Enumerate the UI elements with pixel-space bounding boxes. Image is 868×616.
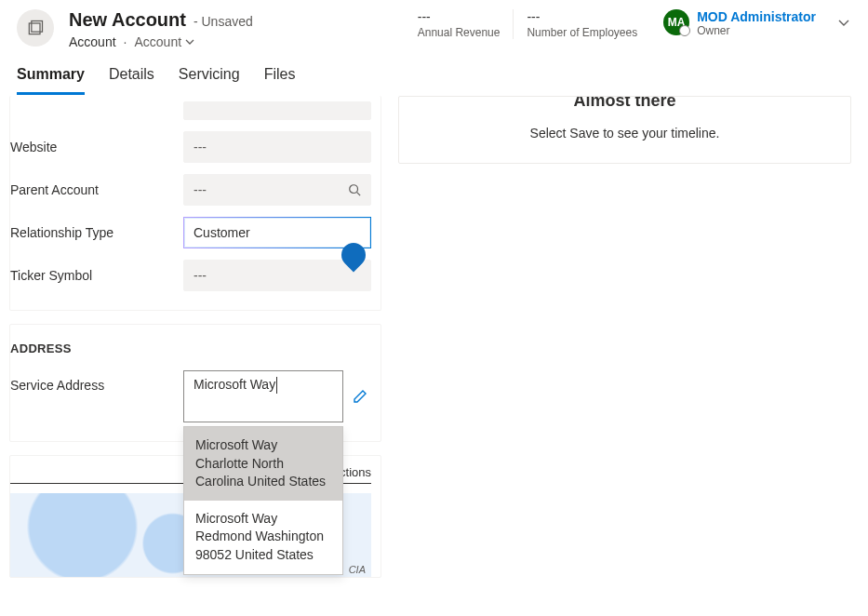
meta-employees-value: --- <box>527 9 637 24</box>
website-field[interactable]: --- <box>183 131 371 163</box>
svg-rect-0 <box>29 23 40 34</box>
address-suggestion-0[interactable]: Microsoft Way Charlotte North Carolina U… <box>184 427 342 501</box>
address-card: ADDRESS Service Address Microsoft Way Mi… <box>9 324 381 442</box>
tab-details[interactable]: Details <box>109 66 154 95</box>
parent-account-field[interactable]: --- <box>183 174 371 206</box>
timeline-panel: Almost there Select Save to see your tim… <box>398 96 851 164</box>
get-directions-link[interactable]: ctions <box>340 465 371 479</box>
service-address-label: Service Address <box>10 370 174 393</box>
page-title: New Account <box>69 9 186 31</box>
website-label: Website <box>10 140 174 154</box>
account-info-card: Website --- Parent Account --- Relations… <box>9 96 381 311</box>
website-value: --- <box>194 140 207 154</box>
parent-account-label: Parent Account <box>10 182 174 197</box>
form-selector[interactable]: Account <box>134 34 194 49</box>
avatar: MA <box>663 9 689 35</box>
svg-point-2 <box>350 185 358 194</box>
record-header: New Account - Unsaved Account · Account … <box>0 0 868 57</box>
meta-annual-revenue-value: --- <box>418 9 501 24</box>
save-status: - Unsaved <box>194 14 253 29</box>
meta-employees-label: Number of Employees <box>527 26 637 39</box>
owner-role-label: Owner <box>697 24 816 37</box>
entity-icon <box>17 9 54 47</box>
meta-employees[interactable]: --- Number of Employees <box>513 9 650 39</box>
edit-icon[interactable] <box>353 389 371 404</box>
relationship-type-value: Customer <box>194 225 250 240</box>
svg-rect-1 <box>32 21 43 33</box>
tabs: Summary Details Servicing Files <box>0 57 868 96</box>
breadcrumb-separator: · <box>124 34 127 49</box>
entity-name: Account <box>69 34 116 49</box>
relationship-type-field[interactable]: Customer <box>183 217 371 248</box>
ticker-symbol-field[interactable]: --- <box>183 260 371 291</box>
ticker-symbol-value: --- <box>194 268 207 283</box>
meta-annual-revenue-label: Annual Revenue <box>418 26 501 39</box>
chevron-down-icon <box>185 37 194 47</box>
timeline-subtitle: Select Save to see your timeline. <box>418 126 832 141</box>
parent-account-value: --- <box>194 182 207 197</box>
title-block: New Account - Unsaved Account · Account <box>69 9 253 49</box>
header-expand[interactable] <box>836 15 851 30</box>
service-address-value: Microsoft Way <box>194 377 275 392</box>
ticker-symbol-label: Ticker Symbol <box>10 268 174 283</box>
address-section-title: ADDRESS <box>10 334 371 365</box>
service-address-input[interactable]: Microsoft Way <box>183 370 343 422</box>
map-attribution: CIA <box>349 564 366 575</box>
tab-summary[interactable]: Summary <box>17 66 85 95</box>
header-meta: --- Annual Revenue --- Number of Employe… <box>405 9 851 39</box>
tab-files[interactable]: Files <box>264 66 296 95</box>
breadcrumb: Account · Account <box>69 34 253 49</box>
search-icon[interactable] <box>348 183 361 196</box>
address-suggestions: Microsoft Way Charlotte North Carolina U… <box>183 426 343 575</box>
chevron-down-icon <box>836 15 851 30</box>
form-selector-label: Account <box>134 34 181 49</box>
field-above-website[interactable] <box>183 101 371 120</box>
owner-name: MOD Administrator <box>697 9 816 24</box>
svg-line-3 <box>357 193 361 196</box>
meta-owner[interactable]: MA MOD Administrator Owner <box>650 9 851 37</box>
meta-annual-revenue[interactable]: --- Annual Revenue <box>405 9 514 39</box>
address-suggestion-1[interactable]: Microsoft Way Redmond Washington 98052 U… <box>184 501 342 574</box>
tab-servicing[interactable]: Servicing <box>179 66 240 95</box>
relationship-type-label: Relationship Type <box>10 225 174 240</box>
timeline-title: Almost there <box>418 96 832 111</box>
